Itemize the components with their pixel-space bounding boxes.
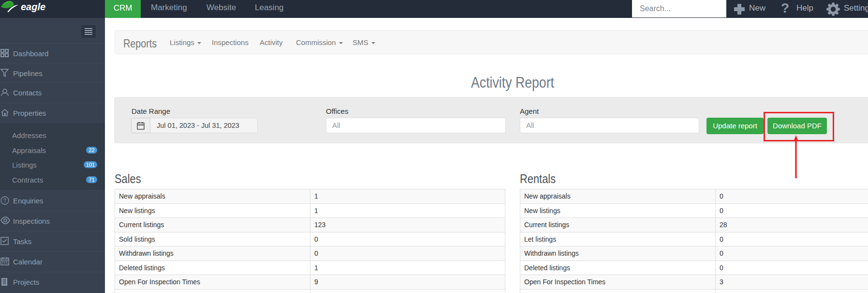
svg-text:?: ? [3,198,6,203]
